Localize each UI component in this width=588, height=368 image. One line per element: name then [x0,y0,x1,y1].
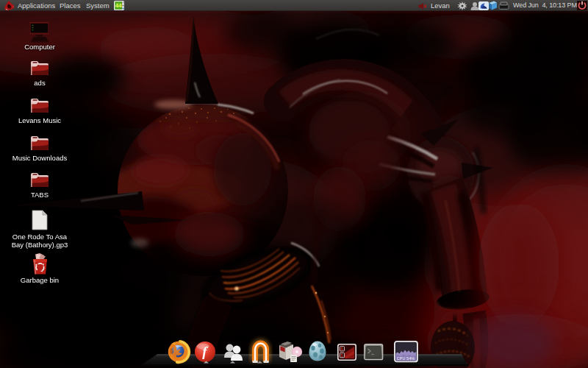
svg-text:CPU 54%: CPU 54% [397,356,415,361]
svg-text:44: 44 [115,2,122,9]
